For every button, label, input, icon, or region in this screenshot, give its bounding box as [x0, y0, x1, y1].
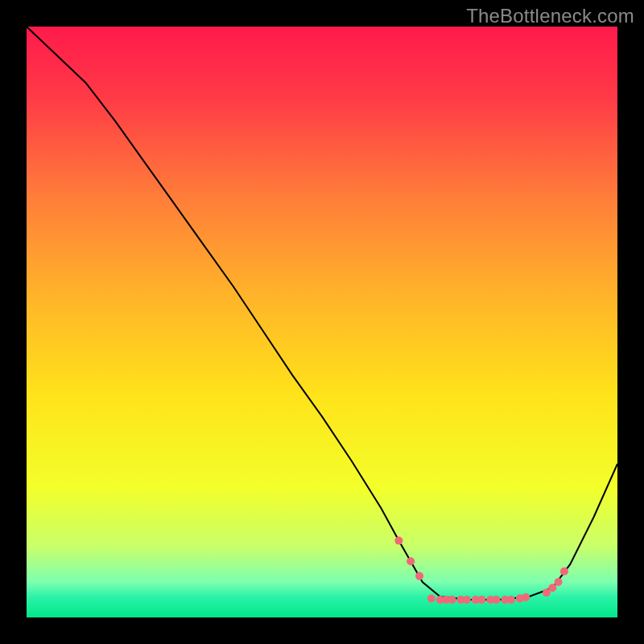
marker-dot	[463, 596, 471, 604]
marker-dot	[394, 537, 402, 545]
marker-dot	[427, 595, 436, 603]
chart-background	[27, 27, 617, 617]
marker-dot	[560, 568, 568, 576]
marker-dot	[555, 578, 563, 586]
marker-dot	[548, 584, 556, 592]
marker-dot	[493, 596, 501, 604]
plot-area	[27, 27, 617, 617]
marker-dot	[407, 557, 415, 565]
chart-svg	[27, 27, 617, 617]
marker-dot	[415, 572, 423, 580]
marker-dot	[448, 596, 456, 604]
marker-dot	[477, 596, 485, 604]
chart-frame: TheBottleneck.com	[0, 0, 644, 644]
marker-dot	[507, 596, 515, 604]
watermark-label: TheBottleneck.com	[466, 5, 634, 27]
marker-dot	[522, 593, 530, 601]
